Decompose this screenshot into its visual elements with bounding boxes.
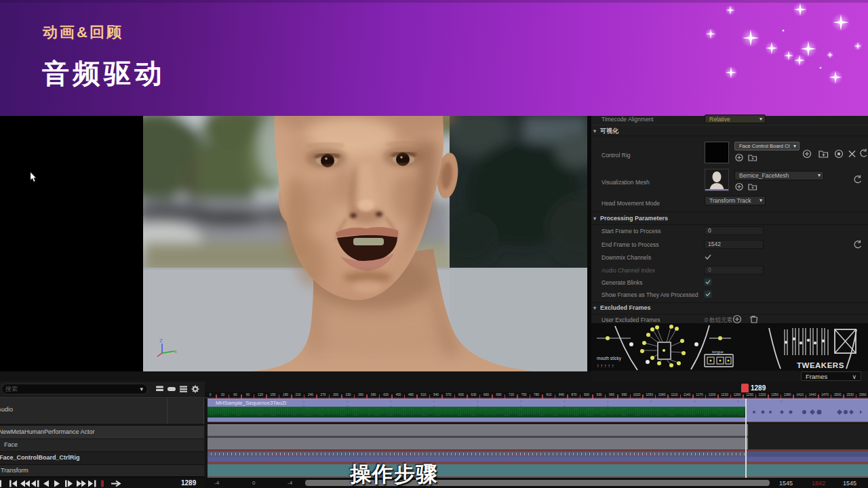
svg-text:↑↑↑↑↑: ↑↑↑↑↑ [597,363,616,368]
svg-text:x: x [174,349,177,354]
svg-text:TWEAKERS: TWEAKERS [797,361,844,369]
svg-text:mouth sticky: mouth sticky [597,356,622,361]
svg-text:tongue: tongue [712,350,724,354]
svg-text:Z: Z [159,338,163,344]
